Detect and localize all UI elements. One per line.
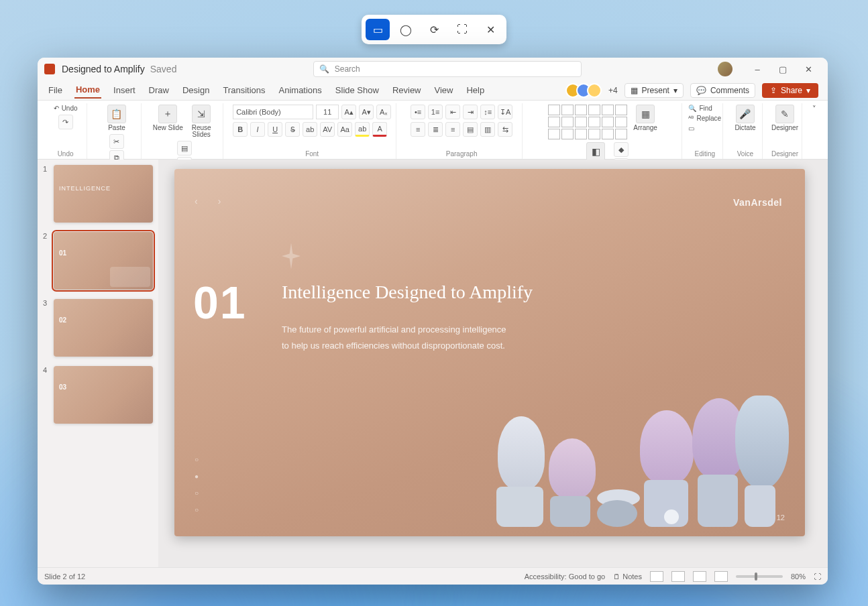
tab-home[interactable]: Home: [74, 82, 101, 99]
new-slide-button[interactable]: ＋ New Slide: [152, 105, 183, 131]
collaborators-extra[interactable]: +4: [608, 86, 618, 95]
window-minimize-button[interactable]: –: [745, 60, 770, 78]
change-case-button[interactable]: Aa: [337, 122, 352, 137]
bold-button[interactable]: B: [233, 122, 248, 137]
redo-button[interactable]: ↷: [58, 115, 73, 129]
slide-thumbnail[interactable]: 02: [54, 299, 153, 357]
zoom-slider[interactable]: [736, 575, 783, 578]
group-label-designer: Designer: [771, 150, 798, 158]
comments-button[interactable]: 💬 Comments: [690, 83, 755, 98]
clear-format-button[interactable]: Aₓ: [376, 105, 391, 119]
tab-help[interactable]: Help: [465, 82, 486, 98]
share-button[interactable]: ⇪ Share ▾: [762, 83, 818, 98]
align-left-button[interactable]: ≡: [411, 122, 425, 137]
view-slideshow-button[interactable]: [714, 571, 728, 582]
share-label: Share: [781, 86, 802, 95]
highlight-button[interactable]: ab: [355, 122, 370, 137]
dictate-button[interactable]: 🎤 Dictate: [730, 105, 761, 131]
font-size-select[interactable]: 11: [316, 105, 339, 119]
arrow-right-icon[interactable]: ›: [218, 196, 221, 206]
slide-body-line[interactable]: to help us reach efficiencies without di…: [282, 341, 505, 351]
slide-thumbnail[interactable]: 01: [54, 232, 153, 290]
increase-font-button[interactable]: A▴: [341, 105, 356, 119]
find-icon: 🔍: [688, 105, 696, 112]
slide-thumbnail[interactable]: 03: [54, 366, 153, 424]
align-right-button[interactable]: ≡: [445, 122, 460, 137]
columns-button[interactable]: ▥: [480, 122, 495, 137]
thumb-label: INTELLIGENCE: [59, 185, 111, 192]
slide-body-line[interactable]: The future of powerful artificial and pr…: [282, 324, 506, 335]
arrow-left-icon[interactable]: ‹: [195, 196, 198, 206]
line-spacing-button[interactable]: ↕≡: [480, 105, 495, 119]
char-spacing-button[interactable]: AV: [320, 122, 335, 137]
undo-icon: ↶: [54, 105, 59, 112]
status-notes-button[interactable]: 🗒 Notes: [613, 572, 642, 581]
tab-file[interactable]: File: [47, 82, 64, 98]
status-accessibility[interactable]: Accessibility: Good to go: [525, 572, 605, 581]
document-title: Designed to Amplify: [62, 64, 145, 74]
tab-slideshow[interactable]: Slide Show: [334, 82, 380, 98]
layout-button[interactable]: ▤: [177, 141, 192, 156]
decrease-font-button[interactable]: A▾: [359, 105, 374, 119]
snip-fullscreen-button[interactable]: ⛶: [450, 19, 474, 40]
shapes-gallery[interactable]: [548, 105, 627, 139]
window-close-button[interactable]: ✕: [796, 60, 821, 78]
collaborators[interactable]: [569, 83, 602, 98]
snip-window-button[interactable]: ⟳: [422, 19, 446, 40]
present-icon: ▦: [631, 86, 638, 95]
ribbon-collapse[interactable]: ˅: [808, 103, 821, 159]
search-input[interactable]: 🔍 Search: [313, 61, 582, 77]
tab-animations[interactable]: Animations: [278, 82, 323, 98]
view-normal-button[interactable]: [650, 571, 663, 582]
view-sorter-button[interactable]: [671, 571, 685, 582]
tab-transitions[interactable]: Transitions: [221, 82, 266, 98]
account-avatar[interactable]: [718, 62, 733, 76]
italic-button[interactable]: I: [250, 122, 265, 137]
window-maximize-button[interactable]: ▢: [770, 60, 796, 78]
search-icon: 🔍: [319, 64, 329, 74]
indent-dec-button[interactable]: ⇤: [445, 105, 460, 119]
text-direction-button[interactable]: ↧A: [498, 105, 512, 119]
arrange-button[interactable]: ▦ Arrange: [630, 105, 661, 131]
slide-thumbnail-panel[interactable]: 1 INTELLIGENCE 2 01 3 02 4: [38, 160, 158, 567]
find-button[interactable]: 🔍Find: [688, 105, 712, 112]
tab-draw[interactable]: Draw: [148, 82, 170, 98]
tab-insert[interactable]: Insert: [112, 82, 137, 98]
tab-review[interactable]: Review: [391, 82, 423, 98]
status-slide-info: Slide 2 of 12: [44, 572, 85, 581]
bullets-button[interactable]: •≡: [411, 105, 425, 119]
snip-rectangle-button[interactable]: ▭: [366, 19, 390, 40]
indent-inc-button[interactable]: ⇥: [463, 105, 478, 119]
tab-design[interactable]: Design: [181, 82, 211, 98]
slide-stage[interactable]: ‹ › VanArsdel 01 Intelligence Designed t…: [158, 160, 828, 567]
paste-button[interactable]: 📋 Paste: [101, 105, 132, 131]
font-color-button[interactable]: A: [372, 122, 387, 137]
thumb-number: 2: [43, 232, 50, 290]
current-slide[interactable]: ‹ › VanArsdel 01 Intelligence Designed t…: [174, 169, 805, 536]
cut-button[interactable]: ✂: [109, 134, 124, 149]
view-reading-button[interactable]: [693, 571, 706, 582]
justify-button[interactable]: ▤: [463, 122, 478, 137]
numbering-button[interactable]: 1≡: [428, 105, 443, 119]
shadow-button[interactable]: ab: [303, 122, 317, 137]
reuse-slides-button[interactable]: ⇲ Reuse Slides: [186, 105, 217, 138]
replace-button[interactable]: ᴬᴮReplace: [688, 115, 721, 122]
underline-button[interactable]: U: [268, 122, 282, 137]
zoom-percent[interactable]: 80%: [791, 572, 806, 581]
align-center-button[interactable]: ≣: [428, 122, 443, 137]
present-button[interactable]: ▦ Present ▾: [625, 83, 684, 98]
select-button[interactable]: ▭: [688, 125, 694, 132]
shape-fill-button[interactable]: ◆: [614, 142, 629, 157]
reuse-slides-icon: ⇲: [192, 105, 211, 123]
fit-to-window-button[interactable]: ⛶: [814, 572, 821, 581]
slide-thumbnail[interactable]: INTELLIGENCE: [54, 165, 153, 223]
snip-freeform-button[interactable]: ◯: [394, 19, 418, 40]
smartart-button[interactable]: ⇆: [498, 122, 512, 137]
snip-close-button[interactable]: ✕: [478, 19, 502, 40]
font-family-select[interactable]: Calibri (Body): [233, 105, 313, 119]
designer-button[interactable]: ✎ Designer: [769, 105, 800, 131]
strike-button[interactable]: S̶: [285, 122, 300, 137]
tab-view[interactable]: View: [433, 82, 455, 98]
undo-button[interactable]: ↶Undo: [54, 105, 78, 112]
slide-headline[interactable]: Intelligence Designed to Amplify: [282, 282, 533, 303]
